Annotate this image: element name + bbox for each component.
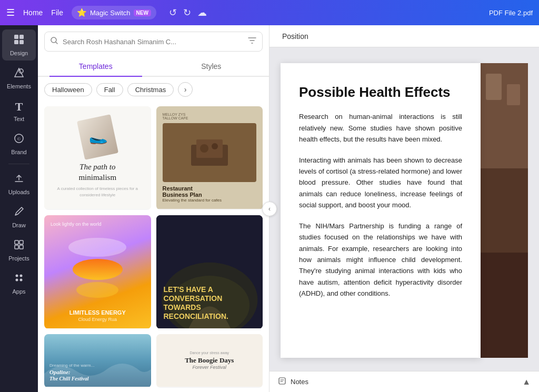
doc-page: Possible Health Effects Research on huma… — [281, 63, 481, 358]
svg-text:©: © — [17, 136, 21, 142]
content-tabbar: Position — [270, 25, 539, 47]
elements-icon — [13, 67, 25, 81]
file-name: PDF File 2.pdf — [489, 9, 533, 17]
apps-icon — [13, 272, 25, 286]
template-card-minimalism[interactable]: 🥿 The path tominimalism A curated collec… — [44, 106, 151, 210]
cloud-save-button[interactable]: ☁ — [197, 7, 207, 18]
tab-templates[interactable]: Templates — [38, 57, 154, 76]
tab-styles[interactable]: Styles — [154, 57, 270, 76]
filter-icon[interactable] — [247, 36, 257, 47]
sidebar-item-draw[interactable]: Draw — [2, 202, 36, 233]
magic-switch-button[interactable]: ⭐ Magic Switch NEW — [72, 6, 156, 19]
projects-label: Projects — [8, 255, 29, 262]
templates-grid: 🥿 The path tominimalism A curated collec… — [38, 102, 269, 392]
scroll-up-button[interactable]: ▲ — [522, 377, 531, 387]
svg-rect-3 — [19, 40, 24, 44]
panel-wrapper: Templates Styles Halloween Fall Christma… — [38, 25, 270, 392]
topbar: ☰ Home File ⭐ Magic Switch NEW ↺ ↻ ☁ PDF… — [0, 0, 539, 25]
new-badge: NEW — [134, 9, 151, 16]
magic-switch-star-icon: ⭐ — [77, 8, 87, 17]
template-gradient-title: LIMITLESS ENERGY — [69, 309, 126, 316]
svg-rect-2 — [14, 40, 18, 44]
position-tab[interactable]: Position — [280, 32, 311, 41]
main-layout: Design Elements T Text © Brand — [0, 25, 539, 392]
panel-tabs: Templates Styles — [38, 57, 269, 77]
doc-paragraph-3: The NIH/Mars Partnership is funding a ra… — [299, 220, 462, 299]
svg-rect-10 — [15, 245, 18, 249]
svg-rect-1 — [19, 35, 24, 39]
template-restaurant-title: RestaurantBusiness Plan — [163, 185, 257, 198]
template-reconciliation-text: LET'S HAVE ACONVERSATIONTOWARDSRECONCILI… — [164, 285, 256, 320]
search-input[interactable] — [63, 38, 243, 46]
template-card-restaurant[interactable]: MELLOY ZYSTALLOW CAFE RestaurantBusiness… — [156, 106, 263, 210]
projects-icon — [13, 239, 25, 253]
design-icon — [13, 34, 25, 48]
template-card-boogie-days[interactable]: Dance your stress away The Boogie Days F… — [156, 334, 263, 388]
sidebar-item-projects[interactable]: Projects — [2, 235, 36, 266]
svg-point-13 — [20, 275, 23, 277]
template-gradient-subtitle: Cloud Energy Rua — [78, 317, 117, 322]
svg-rect-8 — [15, 240, 18, 244]
document-area[interactable]: Possible Health Effects Research on huma… — [270, 47, 539, 371]
file-link[interactable]: File — [51, 8, 63, 17]
search-icon — [50, 36, 58, 47]
filter-chips: Halloween Fall Christmas › — [38, 77, 269, 102]
template-minimalism-text: A curated collection of timeless pieces … — [53, 186, 143, 197]
svg-point-12 — [16, 275, 18, 277]
svg-point-19 — [200, 144, 208, 153]
icon-sidebar: Design Elements T Text © Brand — [0, 25, 38, 392]
panel: Templates Styles Halloween Fall Christma… — [38, 25, 270, 392]
content-area: Position Possible Health Effects Researc… — [270, 25, 539, 392]
chip-halloween[interactable]: Halloween — [44, 83, 92, 96]
template-card-chill-festival[interactable]: Dreaming of the warm... Opaline:The Chil… — [44, 334, 151, 388]
chip-arrow-right[interactable]: › — [178, 82, 193, 97]
template-boogie-pretitle: Dance your stress away — [189, 351, 229, 355]
brand-label: Brand — [11, 149, 26, 155]
template-restaurant-image — [163, 123, 257, 182]
template-card-gradient[interactable]: Look lightly on the world LIMITLESS ENER… — [44, 215, 151, 329]
svg-rect-9 — [19, 240, 23, 244]
brand-icon: © — [13, 133, 25, 147]
sidebar-item-apps[interactable]: Apps — [2, 268, 36, 299]
design-label: Design — [10, 50, 28, 56]
draw-icon — [13, 206, 25, 220]
chip-christmas[interactable]: Christmas — [127, 83, 174, 96]
home-link[interactable]: Home — [23, 8, 43, 17]
svg-rect-26 — [481, 168, 528, 253]
uploads-label: Uploads — [8, 189, 29, 195]
apps-label: Apps — [12, 288, 25, 295]
sidebar-item-text[interactable]: T Text — [2, 96, 36, 126]
panel-collapse-button[interactable]: ‹ — [262, 202, 277, 216]
template-boogie-title: The Boogie Days — [185, 356, 234, 365]
svg-point-15 — [20, 279, 23, 282]
redo-button[interactable]: ↻ — [183, 7, 191, 18]
doc-right-image — [481, 63, 528, 358]
svg-point-14 — [16, 279, 18, 282]
elements-label: Elements — [7, 83, 31, 89]
svg-rect-29 — [507, 84, 520, 105]
svg-rect-0 — [14, 35, 18, 39]
template-minimalism-title: The path tominimalism — [78, 162, 116, 183]
svg-rect-30 — [279, 378, 285, 384]
chip-fall[interactable]: Fall — [96, 83, 123, 96]
doc-paragraph-1: Research on human-animal interactions is… — [299, 111, 462, 145]
svg-rect-27 — [481, 253, 528, 358]
template-gradient-top-label: Look lightly on the world — [51, 222, 102, 227]
notes-label[interactable]: Notes — [291, 378, 308, 386]
template-restaurant-subtitle: Elevating the standard for cafes — [163, 198, 257, 203]
undo-button[interactable]: ↺ — [169, 7, 177, 18]
sidebar-item-design[interactable]: Design — [2, 29, 36, 61]
notes-bar: Notes ▲ — [270, 371, 539, 392]
notes-icon — [278, 377, 286, 387]
magic-switch-label: Magic Switch — [90, 9, 131, 17]
menu-icon[interactable]: ☰ — [6, 7, 15, 18]
sidebar-item-brand[interactable]: © Brand — [2, 128, 36, 159]
doc-paragraph-2: Interacting with animals has been shown … — [299, 155, 462, 211]
sidebar-item-uploads[interactable]: Uploads — [2, 168, 36, 199]
template-card-reconciliation[interactable]: LET'S HAVE ACONVERSATIONTOWARDSRECONCILI… — [156, 215, 263, 329]
sidebar-item-elements[interactable]: Elements — [2, 63, 36, 94]
text-label: Text — [14, 116, 24, 122]
search-bar — [44, 32, 263, 52]
svg-rect-28 — [486, 74, 502, 100]
sidebar-divider — [8, 164, 29, 164]
